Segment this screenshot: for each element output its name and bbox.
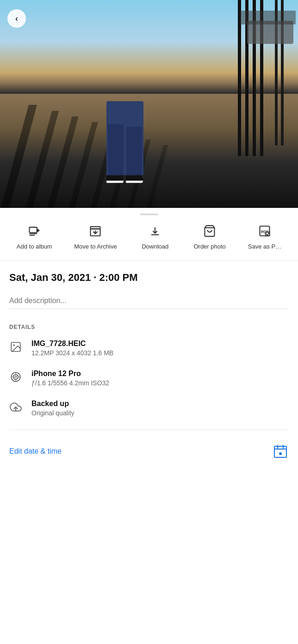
backup-quality: Original quality xyxy=(31,409,289,417)
back-button[interactable]: ‹ xyxy=(7,9,26,28)
svg-rect-0 xyxy=(30,227,37,233)
calendar-icon xyxy=(273,444,287,458)
file-meta: 12.2MP 3024 x 4032 1.6 MB xyxy=(31,349,289,357)
order-photo-icon xyxy=(201,223,218,239)
svg-rect-24 xyxy=(274,446,286,457)
actions-row: Add to album Move to Archive xyxy=(0,219,298,261)
svg-point-16 xyxy=(11,372,20,382)
details-section: DETAILS IMG_7728.HEIC 12.2MP 3024 x 4032… xyxy=(0,315,298,417)
download-label: Download xyxy=(142,243,168,251)
add-to-album-label: Add to album xyxy=(17,243,52,251)
move-to-archive-button[interactable]: Move to Archive xyxy=(74,223,117,251)
photo-view: ‹ xyxy=(0,0,298,208)
save-as-pdf-label: Save as P… xyxy=(248,243,281,251)
image-icon xyxy=(9,340,22,353)
download-icon xyxy=(147,223,163,239)
order-photo-label: Order photo xyxy=(193,243,225,251)
details-header: DETAILS xyxy=(9,324,289,330)
date-text: Sat, Jan 30, 2021 · 2:00 PM xyxy=(9,272,138,283)
calendar-icon-button[interactable] xyxy=(272,443,289,460)
camera-settings: ƒ/1.6 1/5556 4.2mm ISO32 xyxy=(31,379,289,387)
divider xyxy=(9,430,289,430)
back-arrow-icon: ‹ xyxy=(15,14,18,24)
edit-date-time-link[interactable]: Edit date & time xyxy=(9,447,62,456)
file-info-item: IMG_7728.HEIC 12.2MP 3024 x 4032 1.6 MB xyxy=(9,340,289,357)
drag-handle-bar xyxy=(140,213,158,215)
add-to-album-icon xyxy=(26,223,43,239)
order-photo-button[interactable]: Order photo xyxy=(193,223,226,251)
drag-handle[interactable] xyxy=(0,208,298,219)
footer-row: Edit date & time xyxy=(0,434,298,474)
move-to-archive-label: Move to Archive xyxy=(74,243,117,251)
svg-point-28 xyxy=(279,452,282,455)
backup-info-item: Backed up Original quality xyxy=(9,400,289,417)
description-section xyxy=(0,287,298,315)
camera-info-item: iPhone 12 Pro ƒ/1.6 1/5556 4.2mm ISO32 xyxy=(9,370,289,387)
camera-model: iPhone 12 Pro xyxy=(31,370,289,378)
svg-point-15 xyxy=(13,344,15,346)
save-as-pdf-button[interactable]: PDF Save as P… xyxy=(248,223,281,251)
bottom-sheet: Add to album Move to Archive xyxy=(0,208,298,474)
cloud-upload-icon xyxy=(9,401,22,413)
camera-info-content: iPhone 12 Pro ƒ/1.6 1/5556 4.2mm ISO32 xyxy=(31,370,289,387)
date-section: Sat, Jan 30, 2021 · 2:00 PM xyxy=(0,261,298,287)
file-name: IMG_7728.HEIC xyxy=(31,340,289,348)
camera-icon xyxy=(9,371,22,383)
description-input[interactable] xyxy=(9,293,289,309)
backup-info-content: Backed up Original quality xyxy=(31,400,289,417)
archive-icon xyxy=(87,223,104,239)
svg-point-17 xyxy=(13,374,19,379)
svg-point-18 xyxy=(15,376,17,378)
file-info-content: IMG_7728.HEIC 12.2MP 3024 x 4032 1.6 MB xyxy=(31,340,289,357)
download-button[interactable]: Download xyxy=(139,223,171,251)
backup-status: Backed up xyxy=(31,400,289,408)
save-as-pdf-icon: PDF xyxy=(256,223,273,239)
add-to-album-button[interactable]: Add to album xyxy=(17,223,52,251)
